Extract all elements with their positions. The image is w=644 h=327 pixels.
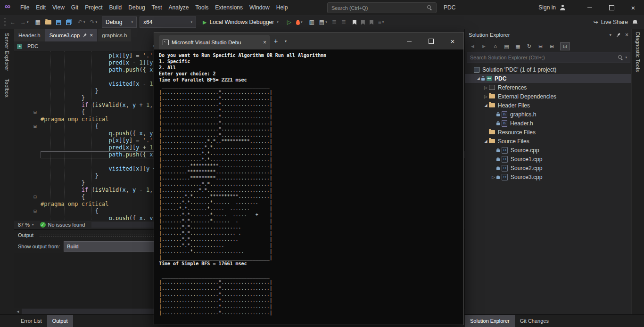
toggle-bookmark-icon[interactable] — [351, 18, 358, 26]
sign-in-link[interactable]: Sign in — [538, 4, 556, 11]
new-tab-icon[interactable]: + — [270, 33, 281, 49]
line-down-icon[interactable]: ≣ — [339, 18, 348, 26]
refresh-icon[interactable]: ↻ — [526, 43, 532, 49]
expanded-arrow-icon[interactable]: ◢ — [475, 76, 481, 81]
solution-explorer-search-box[interactable]: Search Solution Explorer (Ctrl+;) ▾ — [467, 52, 630, 63]
line-up-icon[interactable]: ≣ — [330, 18, 339, 26]
tool-strip-tab-toolbox[interactable]: Toolbox — [4, 79, 10, 98]
show-all-files-icon[interactable]: ▦ — [515, 43, 521, 49]
console-minimize-button[interactable] — [398, 33, 420, 49]
minimize-button[interactable] — [579, 0, 601, 15]
health-check-icon[interactable]: ✓ — [40, 222, 46, 228]
tree-item-header-h[interactable]: hHeader.h — [465, 119, 632, 128]
tree-item-source-files[interactable]: ◢Source Files — [465, 137, 632, 146]
tree-item-header-files[interactable]: ◢Header Files — [465, 101, 632, 110]
pin-icon[interactable] — [615, 32, 621, 38]
tree-item-source3-cpp[interactable]: ▷++Source3.cpp — [465, 172, 632, 181]
properties-icon[interactable]: ⊞ — [549, 43, 555, 49]
solution-configuration-dropdown[interactable]: Debug▾ — [102, 16, 137, 28]
forward-icon[interactable]: ► — [481, 43, 487, 49]
tree-item-source2-cpp[interactable]: ++Source2.cpp — [465, 164, 632, 172]
editor-layout-icon[interactable]: ▤▾ — [317, 18, 329, 26]
save-icon[interactable] — [54, 18, 63, 26]
tab-header-h[interactable]: Header.h — [14, 29, 45, 41]
home-icon[interactable]: ⌂ — [492, 43, 498, 49]
close-button[interactable]: × — [622, 0, 644, 15]
tab-dropdown-chevron-icon[interactable]: ▾ — [281, 33, 290, 49]
notifications-bell-icon[interactable] — [633, 20, 637, 25]
tree-item-graphics-h[interactable]: hgraphics.h — [465, 110, 632, 119]
console-title-bar[interactable]: Microsoft Visual Studio Debu × + ▾ × — [154, 33, 463, 49]
project-navigation-dropdown[interactable]: + PDC ▾ — [14, 41, 158, 51]
start-without-debugging-icon[interactable]: ▷ — [285, 18, 293, 26]
tab-graphics-h[interactable]: graphics.h — [98, 29, 132, 41]
menu-file[interactable]: File — [17, 0, 33, 15]
panel-tab-git-changes[interactable]: Git Changes — [515, 315, 554, 327]
save-all-icon[interactable] — [64, 18, 73, 26]
tree-item-source1-cpp[interactable]: ++Source1.cpp — [465, 155, 632, 164]
next-bookmark-icon[interactable] — [368, 18, 375, 26]
performance-profiler-flame-icon[interactable]: ▾ — [294, 18, 305, 26]
panel-tab-output[interactable]: Output — [47, 315, 73, 327]
scroll-left-icon[interactable]: ◄ — [16, 310, 20, 314]
tool-strip-tab-server-explorer[interactable]: Server Explorer — [4, 33, 10, 71]
tree-item-solution-pdc-1-of-1-project[interactable]: Solution 'PDC' (1 of 1 project) — [465, 65, 632, 74]
menu-view[interactable]: View — [49, 0, 68, 15]
live-share-button[interactable]: ↪ Live Share — [594, 19, 628, 25]
navigate-backward-icon[interactable]: ← — [8, 18, 17, 26]
panel-tab-solution-explorer[interactable]: Solution Explorer — [465, 315, 515, 327]
open-file-icon[interactable] — [43, 19, 53, 26]
menu-edit[interactable]: Edit — [33, 0, 49, 15]
output-source-dropdown[interactable]: Build ▾ — [64, 241, 165, 252]
menu-help[interactable]: Help — [273, 0, 291, 15]
zoom-level[interactable]: 87 % — [14, 222, 32, 228]
fold-collapse-icon[interactable]: ⊟ — [14, 123, 41, 130]
collapsed-arrow-icon[interactable]: ▷ — [483, 94, 489, 99]
menu-window[interactable]: Window — [246, 0, 273, 15]
navigate-forward-icon[interactable]: →▾ — [18, 18, 31, 26]
quick-search-box[interactable]: Search (Ctrl+Q) — [327, 2, 437, 13]
tab-source3-cpp[interactable]: Source3.cpp× — [45, 29, 98, 41]
menu-test[interactable]: Test — [149, 0, 165, 15]
tree-item-pdc[interactable]: ◢++PDC — [465, 74, 632, 83]
tree-item-references[interactable]: ▷References — [465, 83, 632, 92]
redo-icon[interactable]: ↷▾ — [88, 18, 99, 26]
solution-platform-dropdown[interactable]: x64▾ — [140, 16, 196, 28]
chevron-down-icon[interactable]: ▾ — [32, 223, 34, 227]
menu-build[interactable]: Build — [106, 0, 125, 15]
bookmark-men-icon[interactable]: ≡▾ — [376, 18, 386, 26]
start-debugging-button[interactable]: ▶ Local Windows Debugger ▾ — [199, 17, 282, 27]
fold-collapse-icon[interactable]: ⊟ — [14, 194, 41, 201]
expanded-arrow-icon[interactable]: ◢ — [483, 139, 489, 143]
menu-debug[interactable]: Debug — [125, 0, 148, 15]
console-close-button[interactable]: × — [442, 33, 463, 49]
user-account-icon[interactable] — [560, 5, 566, 10]
switch-views-icon[interactable]: ▤ — [504, 43, 510, 49]
close-tab-icon[interactable]: × — [263, 39, 266, 46]
menu-analyze[interactable]: Analyze — [165, 0, 192, 15]
tool-strip-tab-diagnostic-tools[interactable]: Diagnostic Tools — [635, 32, 641, 72]
back-icon[interactable]: ◄ — [470, 43, 476, 49]
collapsed-arrow-icon[interactable]: ▷ — [483, 85, 489, 90]
fold-collapse-icon[interactable]: ⊟ — [14, 109, 41, 116]
pin-icon[interactable] — [82, 33, 88, 39]
chevron-down-icon[interactable]: ▾ — [625, 56, 627, 59]
tree-item-resource-files[interactable]: Resource Files — [465, 128, 632, 137]
menu-tools[interactable]: Tools — [192, 0, 212, 15]
console-maximize-button[interactable] — [420, 33, 442, 49]
menu-project[interactable]: Project — [82, 0, 106, 15]
close-panel-icon[interactable]: × — [625, 32, 628, 38]
menu-extensions[interactable]: Extensions — [212, 0, 246, 15]
console-output[interactable]: Do you want to Run Specific Algorithm OR… — [154, 49, 463, 325]
undo-icon[interactable]: ↶▾ — [76, 18, 87, 26]
expanded-arrow-icon[interactable]: ◢ — [483, 103, 489, 107]
menu-git[interactable]: Git — [68, 0, 82, 15]
new-project-icon[interactable]: ▦ — [33, 18, 42, 26]
maximize-button[interactable] — [601, 0, 622, 15]
tree-item-external-dependencies[interactable]: ▷External Dependencies — [465, 92, 632, 101]
panel-tab-error-list[interactable]: Error List — [16, 315, 47, 327]
close-tab-icon[interactable]: × — [90, 32, 93, 39]
collapse-all-icon[interactable]: ⊟ — [537, 43, 544, 49]
window-position-chevron-icon[interactable]: ▾ — [609, 33, 611, 37]
preview-selected-items-icon[interactable]: ⊡ — [560, 42, 570, 50]
